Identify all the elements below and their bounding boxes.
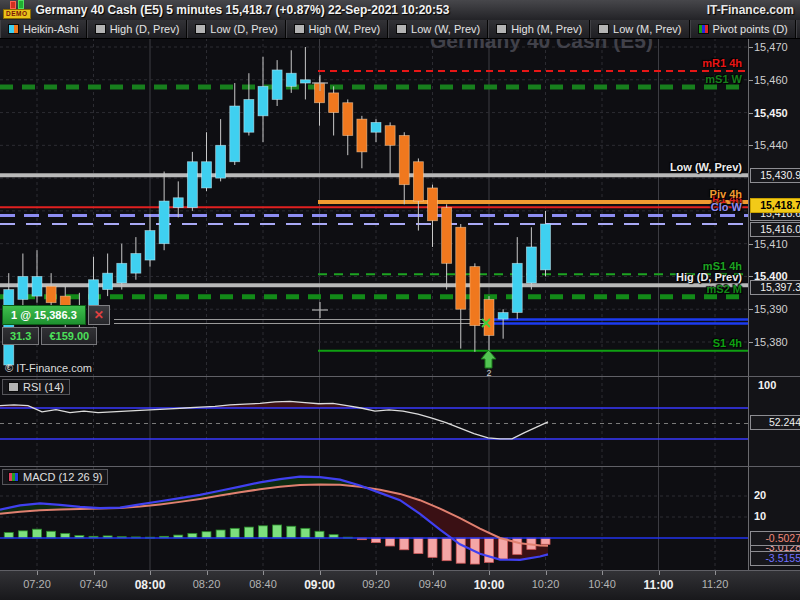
legend-swatch-icon: [95, 24, 106, 34]
candle[interactable]: [202, 132, 212, 191]
brand-link[interactable]: IT-Finance.com: [707, 3, 794, 17]
candle[interactable]: [371, 119, 381, 142]
last-price-box: 15,418.7: [750, 198, 800, 213]
time-tick-label: 08:00: [128, 578, 172, 592]
price-tick-label: 15,410: [754, 238, 788, 250]
price-tick-label: 15,440: [754, 139, 788, 151]
candle[interactable]: [343, 99, 353, 155]
macd-histogram-bar: [202, 532, 211, 538]
time-tick-label: 08:40: [241, 578, 285, 590]
demo-badge-label: DEMO: [3, 9, 31, 19]
macd-histogram-bar: [47, 531, 56, 538]
time-tick-label: 07:20: [15, 578, 59, 590]
divider-price-rsi: [0, 376, 800, 377]
time-tick-label: 08:20: [185, 578, 229, 590]
divider-rsi-macd: [0, 466, 800, 467]
candle[interactable]: [456, 224, 466, 349]
macd-histogram-bar: [273, 525, 282, 538]
time-tick: [37, 571, 38, 575]
legend-item-high-w-prev[interactable]: High (W, Prev): [286, 20, 389, 38]
legend-item-high-m-prev[interactable]: High (M, Prev): [488, 20, 590, 38]
candle[interactable]: [541, 211, 551, 277]
time-tick: [207, 571, 208, 575]
position-badge[interactable]: 1 @ 15,386.3: [2, 305, 86, 325]
candle[interactable]: [286, 50, 296, 93]
candle[interactable]: [173, 181, 183, 217]
macd-histogram-bar: [442, 538, 451, 561]
macd-histogram-bar: [216, 530, 225, 538]
candle[interactable]: [244, 73, 254, 135]
macd-histogram-bar: [287, 526, 296, 538]
line-price-box: 15,416.0: [750, 222, 800, 237]
candle[interactable]: [145, 214, 155, 266]
candle[interactable]: [428, 185, 438, 247]
title-bar: DEMO Germany 40 Cash (E5) 5 minutes 15,4…: [0, 0, 800, 21]
legend-item-heikin-ashi[interactable]: Heikin-Ashi: [0, 20, 87, 38]
candle[interactable]: [216, 119, 226, 181]
candle[interactable]: [159, 172, 169, 251]
axis-tick: [749, 244, 753, 245]
legend-item-label: High (M, Prev): [511, 23, 582, 35]
macd-label-box[interactable]: MACD (12 26 9): [2, 469, 108, 485]
candle[interactable]: [300, 47, 310, 99]
candle[interactable]: [103, 254, 113, 297]
overlay-line-label: Hig (D, Prev): [676, 271, 742, 283]
legend-item-high-d-prev[interactable]: High (D, Prev): [87, 20, 188, 38]
legend-item-low-d-prev[interactable]: Low (D, Prev): [187, 20, 285, 38]
candle[interactable]: [512, 237, 522, 319]
candle[interactable]: [399, 132, 409, 204]
candle[interactable]: [117, 244, 127, 290]
candle[interactable]: [272, 60, 282, 106]
axis-tick: [749, 80, 753, 81]
macd-histogram-bar: [428, 538, 437, 557]
candle[interactable]: [357, 116, 367, 168]
position-close-button[interactable]: ✕: [88, 305, 110, 325]
macd-histogram-bar: [301, 528, 310, 538]
legend-item-label: Pivot points (D): [713, 23, 788, 35]
time-tick: [376, 571, 377, 575]
rsi-panel-chart[interactable]: [0, 377, 748, 466]
macd-axis-20: 20: [754, 489, 766, 501]
candle[interactable]: [18, 254, 28, 306]
rsi-axis-100: 100: [758, 379, 776, 391]
legend-item-pivot-p[interactable]: Pivot p: [796, 20, 800, 38]
time-tick: [94, 571, 95, 575]
legend-item-pivot-points-d[interactable]: Pivot points (D): [690, 20, 796, 38]
price-tick-label: 15,390: [754, 303, 788, 315]
time-tick-label: 09:00: [298, 578, 342, 592]
candle[interactable]: [32, 250, 42, 302]
candle[interactable]: [258, 57, 268, 142]
legend-item-label: Low (D, Prev): [210, 23, 277, 35]
rsi-label-box[interactable]: RSI (14): [2, 379, 70, 395]
candle[interactable]: [470, 263, 480, 352]
candle[interactable]: [329, 86, 339, 135]
candle[interactable]: [526, 227, 536, 289]
legend-item-label: Heikin-Ashi: [23, 23, 79, 35]
candle[interactable]: [230, 83, 240, 165]
time-tick: [150, 571, 151, 575]
macd-swatch-icon: [8, 472, 19, 482]
candle[interactable]: [413, 158, 423, 230]
price-chart[interactable]: [0, 38, 748, 376]
macd-value-box: -3.5155: [750, 551, 800, 566]
legend-item-low-w-prev[interactable]: Low (W, Prev): [388, 20, 488, 38]
time-tick: [715, 571, 716, 575]
macd-panel-chart[interactable]: [0, 467, 748, 570]
macd-histogram-bar: [315, 531, 324, 538]
legend-item-label: Low (W, Prev): [411, 23, 480, 35]
position-pnl-currency: €159.00: [41, 327, 97, 345]
candle[interactable]: [385, 122, 395, 174]
macd-histogram-bar: [230, 528, 239, 538]
legend-swatch-icon: [195, 24, 206, 34]
price-tick-label: 15,450: [754, 107, 788, 119]
overlay-line-label: Low (W, Prev): [670, 161, 742, 173]
demo-candles-icon: [10, 2, 24, 9]
time-axis[interactable]: 07:2007:4008:0008:2008:4009:0009:2009:40…: [0, 571, 800, 600]
time-tick: [489, 571, 490, 575]
overlay-line-label: mS2 M: [707, 283, 742, 295]
macd-histogram-bar: [400, 538, 409, 550]
candle[interactable]: [187, 152, 197, 211]
legend-swatch-icon: [294, 24, 305, 34]
price-tick-label: 15,460: [754, 74, 788, 86]
legend-item-low-m-prev[interactable]: Low (M, Prev): [590, 20, 689, 38]
